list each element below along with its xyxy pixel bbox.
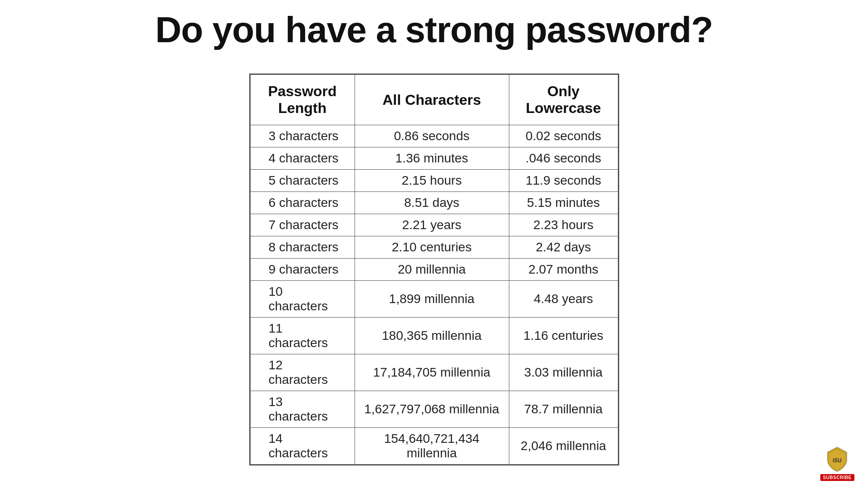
cell-all-chars: 2.15 hours <box>355 170 509 192</box>
cell-all-chars: 2.10 centuries <box>355 236 509 259</box>
cell-lowercase: 5.15 minutes <box>509 192 618 214</box>
cell-length: 7 characters <box>250 214 355 236</box>
table-row: 8 characters2.10 centuries2.42 days <box>250 236 618 259</box>
table-row: 9 characters20 millennia2.07 months <box>250 259 618 281</box>
cell-all-chars: 1,899 millennia <box>355 281 509 318</box>
cell-lowercase: 1.16 centuries <box>509 318 618 354</box>
cell-length: 14 characters <box>250 428 355 465</box>
cell-all-chars: 1.36 minutes <box>355 147 509 170</box>
table-row: 12 characters17,184,705 millennia3.03 mi… <box>250 354 618 391</box>
svg-text:iSU: iSU <box>833 457 842 464</box>
cell-all-chars: 20 millennia <box>355 259 509 281</box>
cell-length: 4 characters <box>250 147 355 170</box>
col-header-length: Password Length <box>250 75 355 125</box>
cell-lowercase: 2.07 months <box>509 259 618 281</box>
cell-lowercase: 78.7 millennia <box>509 391 618 428</box>
subscribe-badge[interactable]: SUBSCRIBE <box>820 474 854 481</box>
cell-lowercase: 2.42 days <box>509 236 618 259</box>
cell-lowercase: .046 seconds <box>509 147 618 170</box>
cell-lowercase: 0.02 seconds <box>509 125 618 147</box>
table-row: 3 characters0.86 seconds0.02 seconds <box>250 125 618 147</box>
cell-length: 9 characters <box>250 259 355 281</box>
table-row: 4 characters1.36 minutes.046 seconds <box>250 147 618 170</box>
table-row: 11 characters180,365 millennia1.16 centu… <box>250 318 618 354</box>
cell-all-chars: 17,184,705 millennia <box>355 354 509 391</box>
cell-all-chars: 8.51 days <box>355 192 509 214</box>
cell-length: 5 characters <box>250 170 355 192</box>
cell-length: 12 characters <box>250 354 355 391</box>
password-table-container: Password Length All Characters Only Lowe… <box>249 74 619 466</box>
cell-length: 11 characters <box>250 318 355 354</box>
col-header-all-chars: All Characters <box>355 75 509 125</box>
cell-lowercase: 2,046 millennia <box>509 428 618 465</box>
cell-all-chars: 1,627,797,068 millennia <box>355 391 509 428</box>
cell-all-chars: 2.21 years <box>355 214 509 236</box>
table-row: 7 characters2.21 years2.23 hours <box>250 214 618 236</box>
cell-all-chars: 180,365 millennia <box>355 318 509 354</box>
cell-all-chars: 154,640,721,434 millennia <box>355 428 509 465</box>
cell-length: 8 characters <box>250 236 355 259</box>
table-row: 6 characters8.51 days5.15 minutes <box>250 192 618 214</box>
cell-length: 6 characters <box>250 192 355 214</box>
logo-area: iSU SUBSCRIBE <box>820 445 854 481</box>
col-header-lowercase: Only Lowercase <box>509 75 618 125</box>
table-row: 5 characters2.15 hours11.9 seconds <box>250 170 618 192</box>
password-table: Password Length All Characters Only Lowe… <box>250 74 618 465</box>
logo-icon: iSU <box>824 445 851 472</box>
cell-lowercase: 3.03 millennia <box>509 354 618 391</box>
cell-lowercase: 4.48 years <box>509 281 618 318</box>
cell-all-chars: 0.86 seconds <box>355 125 509 147</box>
table-row: 13 characters1,627,797,068 millennia78.7… <box>250 391 618 428</box>
cell-length: 10 characters <box>250 281 355 318</box>
cell-length: 13 characters <box>250 391 355 428</box>
table-row: 14 characters154,640,721,434 millennia2,… <box>250 428 618 465</box>
table-row: 10 characters1,899 millennia4.48 years <box>250 281 618 318</box>
page-title: Do you have a strong password? <box>155 9 713 51</box>
cell-lowercase: 2.23 hours <box>509 214 618 236</box>
cell-length: 3 characters <box>250 125 355 147</box>
cell-lowercase: 11.9 seconds <box>509 170 618 192</box>
